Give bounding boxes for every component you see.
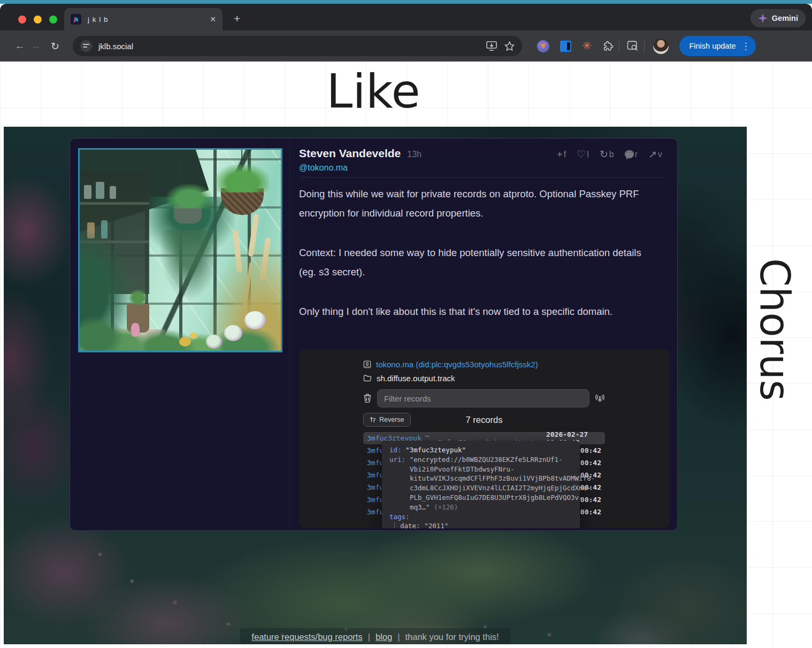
tab-title: j k l b [88,16,203,24]
side-caption: Chorus [751,258,799,451]
reload-icon[interactable]: ↻ [47,40,63,52]
extension-globe-icon[interactable] [537,40,549,52]
window-controls[interactable] [18,16,57,24]
collection-row[interactable]: sh.diffuse.output.track [363,371,605,385]
post-timestamp: 13h [407,150,422,159]
footer-note: thank you for trying this! [405,632,499,642]
browser-menu-icon[interactable]: ⋮ [741,41,750,52]
list-controls-row: 7 records Reverse [363,412,605,428]
filter-records-input[interactable] [377,389,589,407]
trash-icon[interactable] [363,394,372,403]
screen: jk j k l b ✕ + Gemini ← → ↻ jklb.social [0,0,812,648]
tab-close-icon[interactable]: ✕ [210,15,216,24]
toolbar-divider-2 [644,40,645,52]
site-favicon: jk [71,14,81,25]
filter-row [363,389,605,407]
finish-update-button[interactable]: Finish update ⋮ [679,36,755,56]
window-top-accent [0,0,812,4]
gemini-button[interactable]: Gemini [750,9,806,27]
repost-icon: ↻ [600,148,608,160]
profile-avatar[interactable] [653,38,669,54]
app-footer: feature requests/bug reports|blog|thank … [240,628,510,644]
toolbar-divider [619,40,619,52]
feature-requests-link[interactable]: feature requests/bug reports [251,632,362,642]
broadcast-icon[interactable] [595,394,605,403]
plus-icon: + [557,149,563,160]
author-handle[interactable]: @tokono.ma [299,163,664,173]
open-button[interactable]: ↗v [648,148,662,160]
record-viewer-embed: tokono.ma (did:plc:qvgds53otyohus5lfcfjs… [299,350,669,528]
blog-link[interactable]: blog [376,632,392,642]
heart-icon: ♡ [577,148,586,160]
post-paragraph: Only thing I don't like about this is th… [299,302,652,321]
follow-button[interactable]: +f [557,149,566,160]
site-settings-icon[interactable] [80,40,92,52]
identity-card-icon [363,360,371,368]
zoom-window-button[interactable] [49,16,57,24]
folder-icon [363,374,372,382]
new-tab-button[interactable]: + [234,12,240,25]
record-detail-popup: id: "3mfuc3zteypuk" uri: "encrypted://b0… [382,441,580,528]
repo-link[interactable]: tokono.ma (did:plc:qvgds53otyohus5lfcfjs… [376,360,538,369]
jklb-app-viewport: Steven Vandevelde 13h @tokono.ma +f ♡l ↻… [4,127,747,644]
repost-button[interactable]: ↻b [600,148,614,160]
post-image-greenhouse[interactable] [78,148,282,352]
top-caption: Like [0,64,747,119]
open-arrow-icon: ↗ [648,148,657,160]
extensions-area: ✳ [537,40,614,52]
finish-update-label: Finish update [689,42,736,50]
repo-row[interactable]: tokono.ma (did:plc:qvgds53otyohus5lfcfjs… [363,357,605,371]
reply-button[interactable]: r [625,150,638,159]
install-app-icon[interactable] [486,41,497,51]
extension-burst-icon[interactable]: ✳ [582,40,592,52]
gemini-sparkle-icon [758,13,768,23]
minimize-window-button[interactable] [34,16,42,24]
url-text[interactable]: jklb.social [98,42,479,51]
post-body: Doing this while we wait for private rec… [299,184,652,321]
header-divider [299,177,664,178]
back-icon[interactable]: ← [12,40,28,52]
browser-tab[interactable]: jk j k l b ✕ [64,8,223,30]
collection-name: sh.diffuse.output.track [377,374,455,383]
post-actions: +f ♡l ↻b r ↗v [557,148,662,160]
tab-strip: jk j k l b ✕ + Gemini [0,4,812,30]
reply-bubble-icon [625,150,634,158]
post-card: Steven Vandevelde 13h @tokono.ma +f ♡l ↻… [70,138,678,531]
bookmark-star-icon[interactable] [504,41,515,51]
author-name[interactable]: Steven Vandevelde [299,147,401,160]
extension-blue-icon[interactable] [560,41,571,52]
like-button[interactable]: ♡l [577,148,589,160]
page-background: Like Chorus [0,61,812,648]
record-count: 7 records [363,415,605,425]
forward-icon[interactable]: → [28,40,44,52]
post-paragraph: Doing this while we wait for private rec… [299,184,652,223]
browser-toolbar: ← → ↻ jklb.social ✳ [0,30,812,61]
card-column-divider [289,138,290,530]
extensions-puzzle-icon[interactable] [602,41,614,52]
browser-chrome: jk j k l b ✕ + Gemini ← → ↻ jklb.social [0,4,812,61]
tab-search-icon[interactable] [627,41,639,51]
address-bar[interactable]: jklb.social [73,36,522,56]
post-paragraph: Context: I needed some way to hide poten… [299,243,652,282]
gemini-label: Gemini [772,14,798,22]
close-window-button[interactable] [18,16,26,24]
